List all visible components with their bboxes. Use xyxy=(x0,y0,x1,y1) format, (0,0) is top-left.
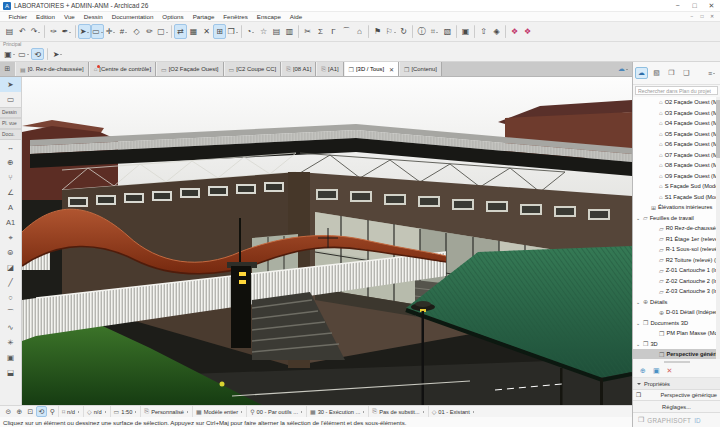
pick-up-parameters-icon[interactable]: ✑ xyxy=(47,24,60,39)
navigator-menu-icon[interactable]: ≡ xyxy=(705,67,718,79)
line-tool[interactable]: ╱ xyxy=(0,275,21,290)
tree-item-s1-facade-sud[interactable]: ⌂ S1 Façade Sud (Mod... xyxy=(633,192,720,203)
tree-item-pm-plan-masse[interactable]: ❒ PM Plan Masse (Mod... xyxy=(633,328,720,339)
toolbar-icon[interactable] xyxy=(456,25,457,38)
tree-item-o7-facade-ouest[interactable]: ⌂ O7 Façade Ouest (M... xyxy=(633,150,720,161)
menu-item[interactable]: Documentation xyxy=(107,13,158,20)
add-viewpoint-icon[interactable]: ⊕ xyxy=(640,367,646,375)
view-tab[interactable]: ▭ [O2 Façade Ouest] ✕ xyxy=(156,62,223,76)
layout-book-icon[interactable]: ▤ xyxy=(270,24,283,39)
point-tool[interactable]: ✳ xyxy=(0,335,21,350)
drawing-tool[interactable]: ⬓ xyxy=(0,365,21,380)
frame-icon[interactable]: ▣ xyxy=(459,24,472,39)
toolbar-icon[interactable] xyxy=(298,25,299,38)
flag-icon[interactable]: ⚑ xyxy=(371,24,384,39)
tree-item-r0-rez-de-chaussee[interactable]: ▱ R0 Rez-de-chaussée xyxy=(633,223,720,234)
doc-minimize-button[interactable]: − xyxy=(687,12,697,21)
toolbox-section-pl-vue[interactable]: Pl. vue xyxy=(0,118,21,129)
grid-tool-icon[interactable]: ⊞ xyxy=(213,24,226,39)
view-tab[interactable]: ❒ [Contenu] ✕ xyxy=(399,62,442,76)
toolbar-icon[interactable] xyxy=(241,25,242,38)
toolbar-icon[interactable] xyxy=(44,25,45,38)
menu-item[interactable]: Edition xyxy=(32,13,60,20)
menu-item[interactable]: Enscape xyxy=(252,13,285,20)
menu-item[interactable]: Options xyxy=(158,13,188,20)
delete-viewpoint-icon[interactable]: ✕ xyxy=(667,367,673,375)
split-icon[interactable]: ✂ xyxy=(301,24,314,39)
tree-item-s-facade-sud[interactable]: ⌂ S Façade Sud (Modèl... xyxy=(633,181,720,192)
close-button[interactable]: ✕ xyxy=(703,0,720,11)
publish-icon[interactable]: ⇧ xyxy=(477,24,490,39)
toolbar-icon[interactable] xyxy=(75,25,76,38)
guide-lines-icon[interactable]: ◇ xyxy=(130,24,143,39)
pan-icon[interactable]: ✛ xyxy=(104,24,117,39)
marquee-tool-icon[interactable]: ▭ xyxy=(91,24,104,39)
graphic-override-field[interactable]: ⎘ Pas de substit... xyxy=(368,406,427,418)
tree-item-r1-etage-1er[interactable]: ▱ R1 Étage 1er (relevé) xyxy=(633,234,720,245)
scale-field[interactable]: ▭ 1:50 xyxy=(110,406,141,418)
cursor-mode-icon[interactable]: ➤ xyxy=(51,48,64,60)
selection-settings-icon[interactable]: ▭ xyxy=(17,48,30,60)
properties-section-header[interactable]: Propriétés xyxy=(633,378,720,390)
tag-icon[interactable]: ◈ xyxy=(490,24,503,39)
tree-item-elevations-interieures[interactable]: ⊞ Élévations intérieures xyxy=(633,202,720,213)
renovation-filter-field[interactable]: ◇ 01 - Existant xyxy=(428,406,478,418)
id-manager-icon[interactable]: ⌗ xyxy=(428,24,441,39)
tree-item-o4-facade-ouest[interactable]: ⌂ O4 Façade Ouest (M... xyxy=(633,118,720,129)
tab-close-icon[interactable]: ✕ xyxy=(389,66,394,73)
menu-item[interactable]: Partage xyxy=(188,13,219,20)
angle-dimension-tool[interactable]: ∠ xyxy=(0,185,21,200)
graphisoft-id-row[interactable]: ❐ GRAPHISOFT ID xyxy=(633,413,720,427)
sun-study-icon[interactable]: ◔ xyxy=(244,24,257,39)
tree-scrollbar[interactable] xyxy=(716,97,720,359)
toolbar-icon[interactable] xyxy=(171,25,172,38)
trim-icon[interactable]: Γ xyxy=(327,24,340,39)
menu-item[interactable]: Fichier xyxy=(4,13,32,20)
tree-item-z01-cartouche-1[interactable]: ▱ Z-01 Cartouche 1 (Inc... xyxy=(633,265,720,276)
teamwork-cloud-icon[interactable]: ☁ xyxy=(618,62,632,76)
schedule-icon[interactable]: ▦ xyxy=(187,24,200,39)
spline-tool[interactable]: ∿ xyxy=(0,320,21,335)
3d-view-icon[interactable]: ❒ xyxy=(226,24,239,39)
fill-tool[interactable]: ◪ xyxy=(0,260,21,275)
menu-item[interactable]: Aide xyxy=(285,13,306,20)
grid-snap-icon[interactable]: # xyxy=(117,24,130,39)
marquee-tool[interactable]: ▭ xyxy=(0,92,21,107)
renovation-icon[interactable]: ▧ xyxy=(441,24,454,39)
teamwork-send-icon[interactable]: ❖ xyxy=(508,24,521,39)
polyline-tool[interactable]: ⌒ xyxy=(0,305,21,320)
settings-button[interactable]: Réglages... xyxy=(633,400,720,413)
toolbar-icon[interactable] xyxy=(368,25,369,38)
layer-combination-field[interactable]: ⎘ Personnalisé xyxy=(140,406,192,418)
tab-overview-icon[interactable]: ⊞ xyxy=(0,62,15,76)
zoom-factor-field[interactable]: ⌑ n/d xyxy=(58,406,83,418)
toolbox-section-docu[interactable]: Docu. xyxy=(0,129,21,140)
hotspot-tool[interactable]: ⌖ xyxy=(0,230,21,245)
element-settings-icon[interactable]: ▣ xyxy=(3,48,16,60)
maximize-button[interactable]: □ xyxy=(686,0,703,11)
viewpoint-settings-icon[interactable]: ▣ xyxy=(653,367,660,375)
orbit-icon[interactable]: ⟲ xyxy=(36,406,47,417)
level-dimension-tool[interactable]: ⑂ xyxy=(0,170,21,185)
tree-group-details[interactable]: ⌄ ⊕ Détails xyxy=(633,297,720,308)
tree-group-3d[interactable]: ⌄ ❒ 3D xyxy=(633,339,720,350)
adjust-icon[interactable]: Σ xyxy=(314,24,327,39)
zoom-out-icon[interactable]: ⊝ xyxy=(3,406,14,417)
toolbar-icon[interactable] xyxy=(474,25,475,38)
model-view-options-field[interactable]: ▦ 30 - Exécution ... xyxy=(306,406,368,418)
delete-icon[interactable]: ✕ xyxy=(200,24,213,39)
text-tool[interactable]: A xyxy=(0,200,21,215)
tree-item-z02-cartouche-2[interactable]: ▱ Z-02 Cartouche 2 (Inc... xyxy=(633,276,720,287)
view-tab[interactable]: ❒ [3D / Tous] ✕ xyxy=(344,62,399,76)
toolbar-icon[interactable] xyxy=(505,25,506,38)
tree-item-o6-facade-ouest[interactable]: ⌂ O6 Façade Ouest (M... xyxy=(633,139,720,150)
publisher-icon[interactable]: ❑ xyxy=(680,67,693,79)
doc-close-button[interactable]: ✕ xyxy=(707,12,717,21)
navigator-search-input[interactable]: Rechercher dans Plan du projet xyxy=(635,86,718,95)
layout-book-icon[interactable]: ❐ xyxy=(665,67,678,79)
zoom-in-icon[interactable]: ⊕ xyxy=(14,406,25,417)
circle-tool[interactable]: ○ xyxy=(0,290,21,305)
fit-in-window-icon[interactable]: ⊡ xyxy=(25,406,36,417)
menu-item[interactable]: Fenêtres xyxy=(219,13,252,20)
chevron-down-icon[interactable]: ⌄ xyxy=(636,299,641,305)
